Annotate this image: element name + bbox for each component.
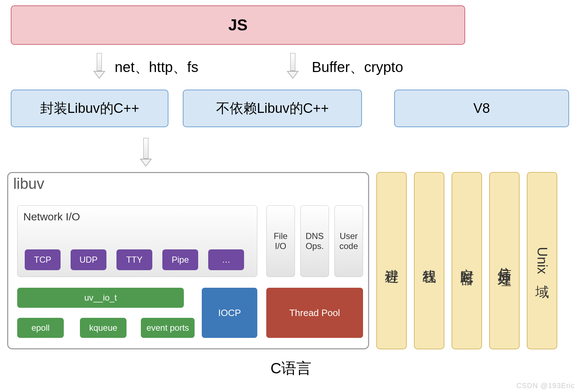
js-layer-box: JS (11, 5, 465, 45)
os-col-process: 进程 (376, 172, 407, 349)
file-io-block: File I/O (266, 205, 295, 277)
wrapped-libuv-cpp-box: 封装Libuv的C++ (11, 90, 168, 127)
protocol-pipe: Pipe (162, 249, 198, 270)
thread-pool-block: Thread Pool (266, 288, 363, 338)
protocol-tty: TTY (116, 249, 152, 270)
protocol-tcp: TCP (25, 249, 61, 270)
arrow-js-to-wrapped (93, 53, 105, 79)
protocol-row: TCP UDP TTY Pipe … (25, 249, 244, 270)
libuv-container: libuv Network I/O TCP UDP TTY Pipe … Fil… (7, 172, 369, 349)
network-io-label: Network I/O (23, 211, 80, 223)
c-language-label: C语言 (0, 358, 582, 378)
arrow-js-to-no-libuv (287, 53, 299, 79)
edge-label-net-http-fs: net、http、fs (115, 57, 198, 77)
event-ports-block: event ports (141, 318, 195, 338)
iocp-block: IOCP (202, 288, 257, 338)
network-io-block: Network I/O TCP UDP TTY Pipe … (17, 205, 257, 277)
os-col-unix-domain: Unix域 (527, 172, 557, 349)
os-col-signal: 信号处理 (489, 172, 520, 349)
edge-label-buffer-crypto: Buffer、crypto (312, 57, 403, 77)
watermark: CSDN @193Eric (516, 382, 575, 390)
v8-box: V8 (394, 90, 569, 127)
os-col-thread: 线程 (414, 172, 444, 349)
dns-ops-block: DNS Ops. (300, 205, 329, 277)
no-libuv-cpp-box: 不依赖Libuv的C++ (183, 90, 362, 127)
protocol-udp: UDP (71, 249, 106, 270)
user-code-block: User code (334, 205, 363, 277)
protocol-ellipsis: … (208, 249, 244, 270)
libuv-title: libuv (13, 175, 44, 192)
epoll-block: epoll (17, 318, 64, 338)
arrow-wrapped-to-libuv (140, 138, 152, 167)
kqueue-block: kqueue (80, 318, 127, 338)
os-col-timer: 定时器 (452, 172, 482, 349)
uv-io-t-block: uv__io_t (17, 288, 184, 308)
